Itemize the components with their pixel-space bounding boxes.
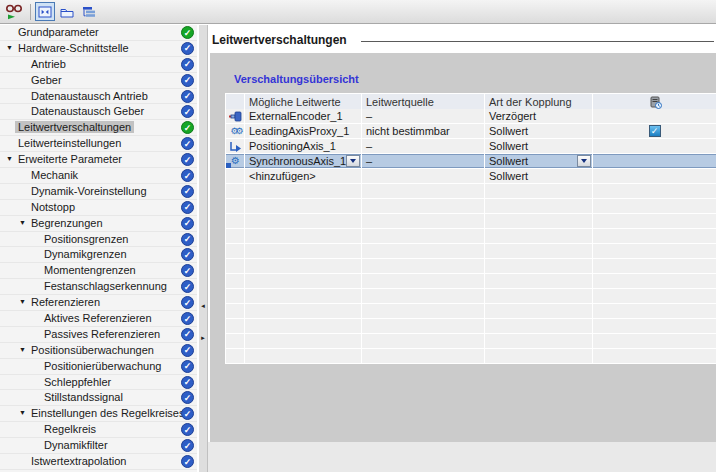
sidebar-item-label: Grundparameter [18,26,99,38]
expander-icon[interactable]: ▼ [19,219,26,226]
folder-view-button[interactable] [57,2,77,21]
leitwertquelle-cell[interactable]: – [362,109,484,123]
kopplung-cell[interactable]: Verzögert [485,109,592,123]
active-checkbox[interactable]: ✓ [649,125,661,137]
leitwert-name-cell[interactable]: PositioningAxis_1 [245,139,361,153]
glasses-icon[interactable] [3,2,27,22]
sidebar-item-festanschlagserkennung[interactable]: Festanschlagserkennung✓ [0,279,197,295]
leitwert-name-cell[interactable]: LeadingAxisProxy_1 [245,124,361,138]
list-view-button[interactable] [79,2,99,21]
column-header: Art der Kopplung [485,94,592,110]
status-cell[interactable] [593,154,716,168]
external-encoder-icon[interactable] [226,109,244,123]
collapse-right-icon[interactable]: ► [200,335,206,341]
sidebar-item-passives-referenzieren[interactable]: Passives Referenzieren✓ [0,327,197,343]
sidebar-item-label: Stillstandssignal [44,391,123,403]
empty-cell [485,214,592,228]
expander-icon[interactable]: ▼ [6,155,13,162]
sidebar-item-referenzieren[interactable]: ▼Referenzieren✓ [0,295,197,311]
sidebar-item-label: Dynamikgrenzen [44,248,127,260]
kopplung-value: Verzögert [489,110,536,122]
leitwertquelle-cell[interactable]: nicht bestimmbar [362,124,484,138]
kopplung-cell[interactable]: Sollwert [485,154,592,168]
leitwert-name: ExternalEncoder_1 [249,110,343,122]
sidebar-item-schleppfehler[interactable]: Schleppfehler✓ [0,375,197,391]
sidebar-item-regelkreis[interactable]: Regelkreis✓ [0,422,197,438]
splitter[interactable]: ◄ ► [197,25,208,472]
sidebar-item-grundparameter[interactable]: Grundparameter✓ [0,25,197,41]
kopplung-dropdown-button[interactable] [577,155,591,167]
sidebar-item-antrieb[interactable]: Antrieb✓ [0,57,197,73]
status-ok-blue-icon: ✓ [181,344,194,357]
empty-cell [485,199,592,213]
sidebar-item-label: Datenaustausch Antrieb [31,90,148,102]
sidebar-item-erweiterte-parameter[interactable]: ▼Erweiterte Parameter✓ [0,152,197,168]
sidebar-item-begrenzungen[interactable]: ▼Begrenzungen✓ [0,216,197,232]
leitwert-name: SynchronousAxis_1 [249,155,346,167]
status-ok-green-icon: ✓ [181,121,194,134]
sidebar-item-datenaustausch-geber[interactable]: Datenaustausch Geber✓ [0,104,197,120]
synchronous-axis-icon[interactable]: ⚙ [226,154,244,168]
empty-cell [485,319,592,333]
sidebar-item-notstopp[interactable]: Notstopp✓ [0,200,197,216]
leading-axis-proxy-icon[interactable]: ⚙⚙ [226,124,244,138]
expander-icon[interactable]: ▼ [19,409,26,416]
sidebar-item-label: Antrieb [31,58,66,70]
empty-cell [226,244,244,258]
leitwertquelle-value: – [366,140,372,152]
row-drag-handle[interactable] [226,163,231,168]
sidebar-item-aktives-referenzieren[interactable]: Aktives Referenzieren✓ [0,311,197,327]
sidebar-item-dynamikfilter[interactable]: Dynamikfilter✓ [0,438,197,454]
empty-cell [362,319,484,333]
expander-icon[interactable]: ▼ [19,298,26,305]
status-cell[interactable] [593,139,716,153]
leitwert-name-cell[interactable]: ExternalEncoder_1 [245,109,361,123]
status-cell[interactable] [593,109,716,123]
expander-icon[interactable]: ▼ [6,44,13,51]
split-view-button[interactable] [35,2,55,21]
empty-cell [593,184,716,198]
status-cell[interactable]: ✓ [593,124,716,138]
positioning-axis-icon[interactable] [226,139,244,153]
collapse-left-icon[interactable]: ◄ [200,303,206,309]
kopplung-value: Sollwert [489,125,528,137]
leitwert-name-cell[interactable]: SynchronousAxis_1 [245,154,361,168]
name-dropdown-button[interactable] [346,155,360,167]
sidebar-item-stillstandssignal[interactable]: Stillstandssignal✓ [0,390,197,406]
kopplung-cell[interactable]: Sollwert [485,169,592,183]
sidebar-item-label: Positionierüberwachung [44,360,161,372]
sidebar-item-dynamikgrenzen[interactable]: Dynamikgrenzen✓ [0,247,197,263]
status-cell[interactable] [593,169,716,183]
kopplung-cell[interactable]: Sollwert [485,139,592,153]
leitwertquelle-cell[interactable] [362,169,484,183]
sidebar-item-positionsgrenzen[interactable]: Positionsgrenzen✓ [0,232,197,248]
empty-cell [485,274,592,288]
kopplung-cell[interactable]: Sollwert [485,124,592,138]
sidebar-item-dynamik-voreinstellung[interactable]: Dynamik-Voreinstellung✓ [0,184,197,200]
empty-cell [362,349,484,363]
empty-cell [485,244,592,258]
sidebar-item-positionsüberwachungen[interactable]: ▼Positionsüberwachungen✓ [0,343,197,359]
sidebar-item-istwertextrapolation[interactable]: Istwertextrapolation✓ [0,454,197,470]
expander-icon[interactable]: ▼ [19,346,26,353]
leitwert-name: LeadingAxisProxy_1 [249,125,349,137]
leitwert-name-cell[interactable]: <hinzufügen> [245,169,361,183]
leitwertquelle-cell[interactable]: – [362,139,484,153]
status-ok-blue-icon: ✓ [181,407,194,420]
sidebar-item-label: Geber [31,74,62,86]
empty-icon-cell[interactable] [226,169,244,183]
sidebar-item-leitwerteinstellungen[interactable]: Leitwerteinstellungen✓ [0,136,197,152]
sidebar-item-mechanik[interactable]: Mechanik✓ [0,168,197,184]
sidebar-item-geber[interactable]: Geber✓ [0,73,197,89]
empty-cell [245,334,361,348]
sidebar-item-datenaustausch-antrieb[interactable]: Datenaustausch Antrieb✓ [0,89,197,105]
sidebar-item-hardware-schnittstelle[interactable]: ▼Hardware-Schnittstelle✓ [0,41,197,57]
sidebar-item-leitwertverschaltungen[interactable]: Leitwertverschaltungen✓ [0,120,197,136]
sidebar-item-einstellungen-des-regelkreises[interactable]: ▼Einstellungen des Regelkreises✓ [0,406,197,422]
sidebar-item-positionierüberwachung[interactable]: Positionierüberwachung✓ [0,359,197,375]
verschaltungsuebersicht-link[interactable]: Verschaltungsübersicht [234,73,359,85]
status-ok-blue-icon: ✓ [181,58,194,71]
leitwertquelle-cell[interactable]: – [362,154,484,168]
sidebar-item-label: Positionsgrenzen [44,233,128,245]
sidebar-item-momentengrenzen[interactable]: Momentengrenzen✓ [0,263,197,279]
